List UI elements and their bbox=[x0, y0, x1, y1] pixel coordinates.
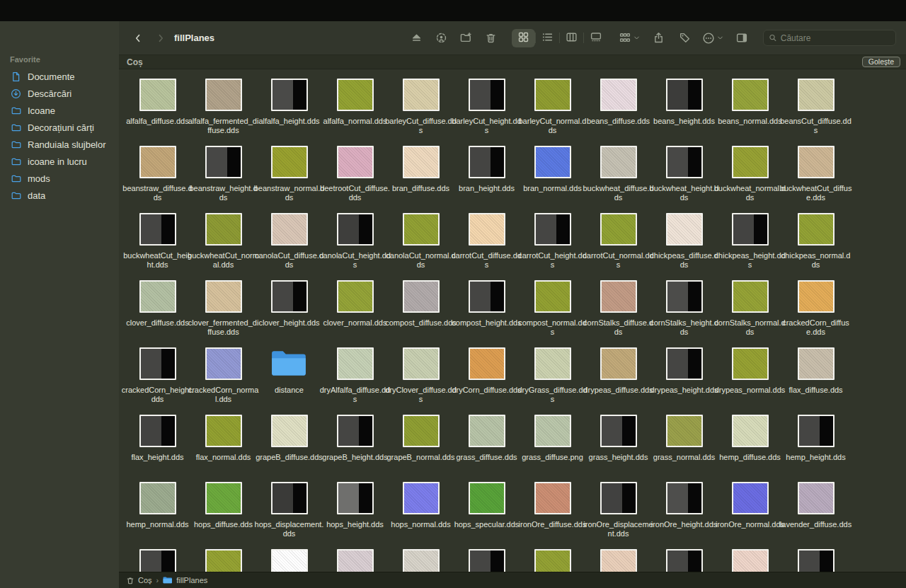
file-item[interactable]: carrotCut_normal.dds bbox=[585, 204, 651, 271]
file-item[interactable]: bran_diffuse.dds bbox=[388, 137, 454, 204]
share-button[interactable] bbox=[648, 29, 668, 47]
file-item[interactable]: hops_normal.dds bbox=[388, 473, 454, 540]
file-item[interactable]: ironOre_normal.dds bbox=[717, 473, 783, 540]
file-item[interactable]: grapeB_normal.dds bbox=[388, 405, 454, 473]
file-item[interactable]: grass_diffuse.dds bbox=[454, 405, 520, 473]
file-item[interactable]: crackedCorn_diffuse.dds bbox=[783, 271, 849, 338]
empty-trash-button[interactable]: Golește bbox=[862, 57, 900, 67]
file-item[interactable]: cornStalks_height.dds bbox=[651, 271, 717, 338]
sidebar-item-icoane[interactable]: Icoane bbox=[0, 102, 119, 119]
file-item[interactable]: compost_height.dds bbox=[454, 271, 520, 338]
back-button[interactable] bbox=[130, 30, 146, 47]
file-item[interactable]: hops_height.dds bbox=[322, 473, 388, 540]
file-item[interactable]: beanstraw_normal.dds bbox=[256, 137, 322, 204]
sidebar-item-mods[interactable]: mods bbox=[0, 170, 119, 187]
file-item[interactable]: buckwheat_normal.dds bbox=[717, 137, 783, 204]
file-item[interactable]: chickpeas_normal.dds bbox=[783, 204, 849, 271]
file-item[interactable]: ironOre_displacement.dds bbox=[585, 473, 651, 540]
file-item[interactable] bbox=[585, 540, 651, 572]
file-item[interactable]: dryAlfalfa_diffuse.dds bbox=[322, 338, 388, 405]
forward-button[interactable] bbox=[153, 30, 168, 47]
file-item[interactable]: beetrootCut_diffuse.dds bbox=[322, 137, 388, 204]
file-item[interactable]: canolaCut_height.dds bbox=[322, 204, 388, 271]
file-item[interactable]: drypeas_diffuse.dds bbox=[585, 338, 651, 405]
sidebar-item-randuiala-slujbelor[interactable]: Randuiala slujbelor bbox=[0, 136, 119, 153]
file-item[interactable]: crackedCorn_normal.dds bbox=[190, 338, 256, 405]
file-item[interactable] bbox=[520, 540, 585, 572]
file-item[interactable] bbox=[322, 540, 388, 572]
file-item[interactable]: buckwheat_height.dds bbox=[651, 137, 717, 204]
file-item[interactable] bbox=[256, 540, 322, 572]
file-item[interactable]: clover_height.dds bbox=[256, 271, 322, 338]
file-item[interactable]: dryCorn_diffuse.dds bbox=[454, 338, 520, 405]
file-item[interactable]: hemp_diffuse.dds bbox=[717, 405, 783, 473]
file-item[interactable]: grass_diffuse.png bbox=[520, 405, 585, 473]
file-item[interactable]: beanstraw_height.dds bbox=[190, 137, 256, 204]
file-item[interactable]: alfalfa_diffuse.dds bbox=[125, 69, 190, 137]
file-item[interactable]: canolaCut_normal.dds bbox=[388, 204, 454, 271]
file-item[interactable] bbox=[125, 540, 190, 572]
view-icons-button[interactable] bbox=[512, 29, 535, 47]
file-item[interactable]: flax_normal.dds bbox=[190, 405, 256, 473]
file-item[interactable]: flax_height.dds bbox=[125, 405, 190, 473]
delete-button[interactable] bbox=[481, 29, 500, 47]
file-item[interactable]: hops_diffuse.dds bbox=[190, 473, 256, 540]
eject-button[interactable] bbox=[406, 29, 426, 47]
view-columns-button[interactable] bbox=[560, 29, 583, 47]
file-item[interactable] bbox=[717, 540, 783, 572]
file-item[interactable]: grass_normal.dds bbox=[651, 405, 717, 473]
file-item[interactable]: beans_normal.dds bbox=[717, 69, 783, 137]
tag-button[interactable] bbox=[675, 29, 694, 47]
search-input[interactable] bbox=[781, 33, 890, 43]
file-item[interactable]: hops_displacement.dds bbox=[256, 473, 322, 540]
file-item[interactable]: grapeB_height.dds bbox=[322, 405, 388, 473]
file-item[interactable]: drypeas_normal.dds bbox=[717, 338, 783, 405]
file-item[interactable]: clover_fermented_diffuse.dds bbox=[190, 271, 256, 338]
file-item[interactable]: barleyCut_height.dds bbox=[454, 69, 520, 137]
file-item[interactable]: drypeas_height.dds bbox=[651, 338, 717, 405]
file-item[interactable] bbox=[783, 540, 849, 572]
file-item[interactable]: cornStalks_diffuse.dds bbox=[585, 271, 651, 338]
airdrop-button[interactable] bbox=[431, 29, 451, 47]
folder-item[interactable]: distance bbox=[256, 338, 322, 405]
sidebar-item-decora-iuni-c-r-i[interactable]: Decorațiuni cărți bbox=[0, 119, 119, 136]
file-item[interactable]: carrotCut_diffuse.dds bbox=[454, 204, 520, 271]
file-item[interactable]: chickpeas_diffuse.dds bbox=[651, 204, 717, 271]
file-item[interactable]: bran_normal.dds bbox=[520, 137, 585, 204]
file-item[interactable]: grapeB_diffuse.dds bbox=[256, 405, 322, 473]
file-item[interactable]: beanstraw_diffuse.dds bbox=[125, 137, 190, 204]
file-item[interactable]: ironOre_diffuse.dds bbox=[520, 473, 585, 540]
file-item[interactable]: hemp_normal.dds bbox=[125, 473, 190, 540]
file-item[interactable]: barleyCut_normal.dds bbox=[520, 69, 585, 137]
file-item[interactable]: beans_diffuse.dds bbox=[585, 69, 651, 137]
file-item[interactable]: grass_height.dds bbox=[585, 405, 651, 473]
file-item[interactable]: beansCut_diffuse.dds bbox=[783, 69, 849, 137]
group-by-button[interactable] bbox=[617, 29, 642, 47]
file-item[interactable]: bran_height.dds bbox=[454, 137, 520, 204]
file-item[interactable]: flax_diffuse.dds bbox=[783, 338, 849, 405]
file-item[interactable]: barleyCut_diffuse.dds bbox=[388, 69, 454, 137]
file-item[interactable]: alfalfa_normal.dds bbox=[322, 69, 388, 137]
sidebar-item-desc-rc-ri[interactable]: Descărcări bbox=[0, 85, 119, 102]
file-item[interactable]: alfalfa_height.dds bbox=[256, 69, 322, 137]
file-item[interactable]: hemp_height.dds bbox=[783, 405, 849, 473]
file-item[interactable]: carrotCut_height.dds bbox=[520, 204, 585, 271]
file-item[interactable]: lavender_diffuse.dds bbox=[783, 473, 849, 540]
file-item[interactable]: canolaCut_diffuse.dds bbox=[256, 204, 322, 271]
file-item[interactable]: cornStalks_normal.dds bbox=[717, 271, 783, 338]
file-item[interactable]: ironOre_height.dds bbox=[651, 473, 717, 540]
file-item[interactable] bbox=[388, 540, 454, 572]
more-button[interactable] bbox=[701, 29, 726, 47]
file-item[interactable]: dryClover_diffuse.dds bbox=[388, 338, 454, 405]
file-item[interactable]: buckwheatCut_diffuse.dds bbox=[783, 137, 849, 204]
search-field[interactable] bbox=[763, 30, 896, 46]
sidebar-item-icoane-in-lucru[interactable]: icoane in lucru bbox=[0, 153, 119, 170]
file-item[interactable] bbox=[454, 540, 520, 572]
file-item[interactable]: compost_diffuse.dds bbox=[388, 271, 454, 338]
file-item[interactable]: dryGrass_diffuse.dds bbox=[520, 338, 585, 405]
preview-panel-button[interactable] bbox=[732, 29, 752, 47]
file-item[interactable] bbox=[651, 540, 717, 572]
file-item[interactable]: clover_diffuse.dds bbox=[125, 271, 190, 338]
path-segment-fillplanes[interactable]: fillPlanes bbox=[163, 576, 207, 584]
file-item[interactable] bbox=[190, 540, 256, 572]
